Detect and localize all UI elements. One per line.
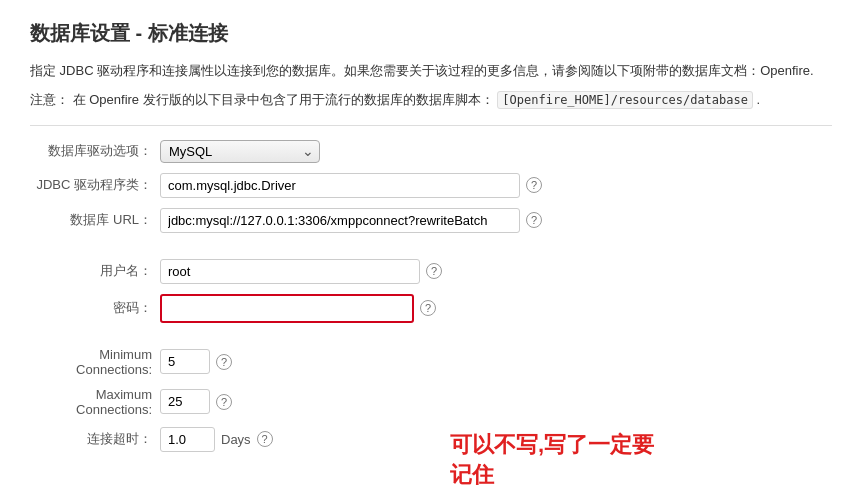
max-conn-input[interactable] bbox=[160, 389, 210, 414]
main-form: 数据库驱动选项： MySQL PostgreSQL Oracle Microso… bbox=[30, 140, 610, 452]
min-conn-row: ? bbox=[160, 349, 610, 374]
max-conn-help-icon[interactable]: ? bbox=[216, 394, 232, 410]
db-url-label: 数据库 URL： bbox=[30, 211, 160, 229]
password-label: 密码： bbox=[30, 299, 160, 317]
password-border-box bbox=[160, 294, 414, 323]
annotation-line2: 记住 bbox=[450, 460, 654, 491]
db-url-row: ? bbox=[160, 208, 610, 233]
max-conn-row: ? bbox=[160, 389, 610, 414]
password-input[interactable] bbox=[167, 299, 407, 318]
timeout-unit: Days bbox=[221, 432, 251, 447]
desc2-prefix: 注意： 在 Openfire 发行版的以下目录中包含了用于流行的数据库的数据库脚… bbox=[30, 92, 494, 107]
db-url-input[interactable] bbox=[160, 208, 520, 233]
desc2-suffix: . bbox=[757, 92, 761, 107]
db-driver-select-wrapper: MySQL PostgreSQL Oracle Microsoft SQL Se… bbox=[160, 140, 320, 163]
jdbc-class-input[interactable] bbox=[160, 173, 520, 198]
password-help-icon[interactable]: ? bbox=[420, 300, 436, 316]
min-conn-label: Minimum Connections: bbox=[30, 347, 160, 377]
form-area: 数据库驱动选项： MySQL PostgreSQL Oracle Microso… bbox=[30, 140, 832, 452]
db-driver-label: 数据库驱动选项： bbox=[30, 142, 160, 160]
annotation-box: 可以不写,写了一定要 记住 bbox=[450, 430, 654, 492]
max-conn-label: Maximum Connections: bbox=[30, 387, 160, 417]
desc2-code: [Openfire_HOME]/resources/database bbox=[497, 91, 753, 109]
db-driver-select[interactable]: MySQL PostgreSQL Oracle Microsoft SQL Se… bbox=[160, 140, 320, 163]
spacer-1 bbox=[30, 243, 160, 249]
annotation-line1: 可以不写,写了一定要 bbox=[450, 430, 654, 461]
jdbc-class-row: ? bbox=[160, 173, 610, 198]
jdbc-class-label: JDBC 驱动程序类： bbox=[30, 176, 160, 194]
min-conn-help-icon[interactable]: ? bbox=[216, 354, 232, 370]
username-input[interactable] bbox=[160, 259, 420, 284]
timeout-label: 连接超时： bbox=[30, 430, 160, 448]
description-1: 指定 JDBC 驱动程序和连接属性以连接到您的数据库。如果您需要关于该过程的更多… bbox=[30, 61, 832, 82]
divider bbox=[30, 125, 832, 126]
timeout-input[interactable] bbox=[160, 427, 215, 452]
db-driver-row: MySQL PostgreSQL Oracle Microsoft SQL Se… bbox=[160, 140, 610, 163]
jdbc-class-help-icon[interactable]: ? bbox=[526, 177, 542, 193]
username-label: 用户名： bbox=[30, 262, 160, 280]
page-title: 数据库设置 - 标准连接 bbox=[30, 20, 832, 47]
username-help-icon[interactable]: ? bbox=[426, 263, 442, 279]
password-row: ? bbox=[160, 294, 610, 323]
timeout-help-icon[interactable]: ? bbox=[257, 431, 273, 447]
username-row: ? bbox=[160, 259, 610, 284]
spacer-3 bbox=[30, 333, 160, 337]
min-conn-input[interactable] bbox=[160, 349, 210, 374]
db-url-help-icon[interactable]: ? bbox=[526, 212, 542, 228]
description-2: 注意： 在 Openfire 发行版的以下目录中包含了用于流行的数据库的数据库脚… bbox=[30, 90, 832, 111]
